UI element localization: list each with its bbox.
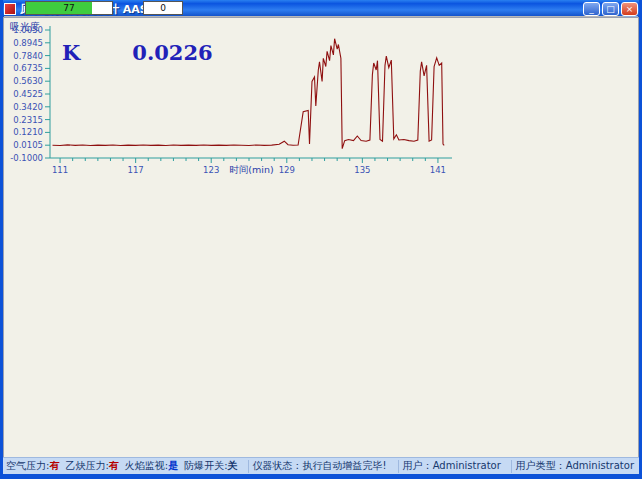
chart-mark: 135: [354, 165, 370, 175]
time-axis-label: 时间(min): [229, 164, 273, 175]
user-status: 用户：Administrator: [403, 459, 501, 473]
app-icon: [4, 3, 16, 15]
chart-mark: 123: [203, 165, 219, 175]
instrument-status: 仪器状态：执行自动增益完毕!: [253, 459, 387, 473]
chart-mark: 0.5630: [13, 76, 43, 86]
chart-mark: 0.6735: [13, 63, 43, 73]
chart-mark: 129: [279, 165, 295, 175]
signal-line: [53, 39, 445, 149]
divider: [398, 460, 399, 473]
explosion-proof-status: 防爆开关:关: [184, 459, 237, 473]
chart-mark: 0.3420: [13, 102, 43, 112]
chart-mark: 1.0050: [13, 25, 43, 35]
chart-mark: 0.2315: [13, 115, 43, 125]
chart-mark: 0.8945: [13, 38, 43, 48]
status-bar: 空气压力:有 乙炔压力:有 火焰监视:是 防爆开关:关 仪器状态：执行自动增益完…: [2, 457, 640, 474]
aa-meter: 77: [25, 1, 113, 15]
chart-mark: 0.4525: [13, 89, 43, 99]
chart-mark: 0.7840: [13, 51, 43, 61]
bg-meter: 0: [143, 1, 183, 15]
dynamics-chart-area: 吸光度 K 0.0226 1.00500.89450.78400.67350.5…: [3, 17, 639, 474]
app-window: 原子吸收分光光度计 AAS6000 _ □ × 文件 分析设置 仪器控制 管理员…: [0, 0, 642, 479]
user-type-status: 用户类型：Administrator: [516, 459, 634, 473]
divider: [248, 460, 249, 473]
acetylene-pressure-status: 乙炔压力:有: [65, 459, 118, 473]
dynamics-chart: 1.00500.89450.78400.67350.56300.45250.34…: [4, 18, 455, 180]
chart-mark: -0.1000: [10, 153, 43, 163]
chart-mark: 0.0105: [13, 140, 43, 150]
maximize-button[interactable]: □: [602, 2, 619, 16]
flame-monitor-status: 火焰监视:是: [125, 459, 178, 473]
chart-mark: 0.1210: [13, 127, 43, 137]
divider: [511, 460, 512, 473]
minimize-button[interactable]: _: [583, 2, 600, 16]
chart-mark: 117: [128, 165, 144, 175]
energy-meter-row: AA 77 BG 0: [3, 0, 186, 16]
chart-mark: 141: [430, 165, 446, 175]
air-pressure-status: 空气压力:有: [6, 459, 59, 473]
aa-value: 77: [26, 2, 112, 14]
chart-mark: 111: [52, 165, 68, 175]
bg-value: 0: [144, 2, 182, 14]
close-button[interactable]: ×: [621, 2, 638, 16]
